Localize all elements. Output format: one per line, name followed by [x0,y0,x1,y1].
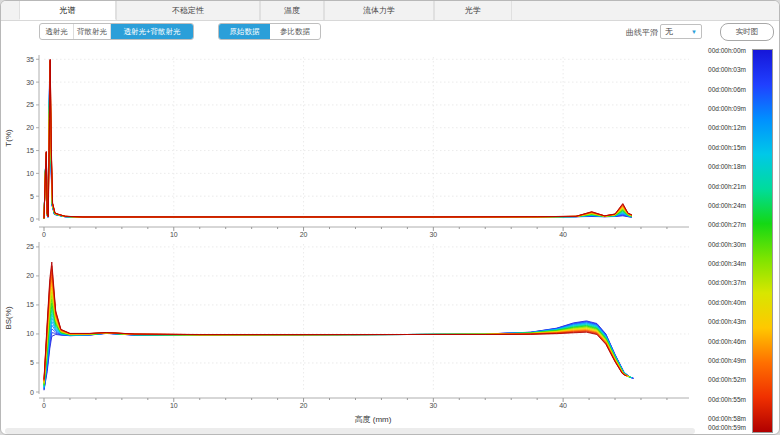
realtime-chart-button-label: 实时图 [736,27,759,37]
legend-time-label: 00d:00h:34m [694,260,746,267]
tab-4[interactable]: 流体力学 [324,1,434,20]
y-axis-title: BS(%) [4,306,13,329]
y-axis-tick-label: 0 [30,389,34,396]
x-axis-tick-label: 10 [170,402,178,409]
legend-time-label: 00d:00h:46m [694,338,746,345]
tab-label: 光学 [465,5,481,16]
legend-time-label: 00d:00h:58m [694,415,746,422]
horizontal-scrollbar[interactable] [5,428,695,434]
scan-curve [44,65,632,218]
scan-curve [44,65,632,218]
y-axis-tick-label: 5 [30,359,34,366]
scan-curve [44,66,632,219]
scan-curve [44,288,629,383]
x-axis-tick-label: 30 [429,402,437,409]
legend-time-label: 00d:00h:18m [694,163,746,170]
smoothing-select[interactable]: 无 ▼ [660,24,702,39]
x-axis-tick-label: 10 [170,231,178,238]
scan-curve [44,273,627,381]
x-axis-tick-label: 0 [42,231,46,238]
smoothing-value: 无 [665,26,673,37]
smoothing-label: 曲线平滑 [626,27,658,38]
tab-1[interactable]: 光谱 [19,1,116,20]
scan-curve [44,62,632,219]
y-axis-tick-label: 25 [26,243,34,250]
tab-label: 温度 [284,5,300,16]
legend-time-label: 00d:00h:21m [694,183,746,190]
x-axis-tick-label: 20 [300,402,308,409]
y-axis-tick-label: 15 [26,147,34,154]
scan-curve [44,62,632,218]
tab-2[interactable]: 不稳定性 [116,1,260,20]
scan-curve [44,303,630,385]
scan-curve [44,63,632,219]
scan-curve [44,266,626,380]
scan-curve [44,61,632,219]
y-axis-tick-label: 10 [26,170,34,177]
legend-time-label: 00d:00h:27m [694,221,746,228]
signal-button[interactable]: 透射光+背散射光 [111,24,193,39]
scan-curve [44,262,626,379]
dataset-button-label: 参比数据 [280,27,310,37]
y-axis-tick-label: 10 [26,330,34,337]
scan-curve [44,318,632,388]
legend-time-label: 00d:00h:59m [694,424,746,431]
scan-curve [44,299,630,385]
x-axis-tick-label: 30 [429,231,437,238]
legend-time-label: 00d:00h:43m [694,318,746,325]
scan-curve [44,64,632,219]
y-axis-tick-label: 0 [30,216,34,223]
scan-curve [44,292,629,384]
signal-button[interactable]: 背散射光 [74,24,111,39]
y-axis-tick-label: 35 [26,56,34,63]
scan-curve [44,65,632,219]
legend-time-label: 00d:00h:30m [694,241,746,248]
application-window: 光谱不稳定性温度流体力学光学 透射光背散射光透射光+背散射光 原始数据参比数据 … [0,0,780,435]
signal-button-group: 透射光背散射光透射光+背散射光 [39,23,194,40]
y-axis-tick-label: 30 [26,79,34,86]
y-axis-tick-label: 20 [26,124,34,131]
tab-bar: 光谱不稳定性温度流体力学光学 [1,1,780,21]
chart-canvas[interactable]: 05101520253035010203040T(%)0510152025010… [1,39,701,435]
legend-time-label: 00d:00h:15m [694,144,746,151]
scan-curve [44,307,631,386]
legend-time-label: 00d:00h:00m [694,47,746,54]
legend-time-label: 00d:00h:09m [694,105,746,112]
scan-curve [44,64,632,218]
dataset-button[interactable]: 原始数据 [219,24,270,39]
dataset-button[interactable]: 参比数据 [270,24,320,39]
scan-curve [44,269,627,380]
legend-time-label: 00d:00h:24m [694,202,746,209]
signal-button-label: 透射光 [45,27,68,37]
scan-curve [44,60,632,219]
y-axis-tick-label: 15 [26,301,34,308]
legend-time-label: 00d:00h:52m [694,376,746,383]
scan-curve [44,64,632,218]
legend-time-label: 00d:00h:49m [694,357,746,364]
data-button-group: 原始数据参比数据 [218,23,321,40]
tab-5[interactable]: 光学 [434,1,512,20]
scan-curve [44,63,632,218]
tab-label: 不稳定性 [172,5,204,16]
x-axis-tick-label: 20 [300,231,308,238]
legend-time-label: 00d:00h:40m [694,299,746,306]
y-axis-tick-label: 5 [30,193,34,200]
scan-curve [44,63,632,218]
scan-curve [44,61,632,218]
y-axis-tick-label: 25 [26,101,34,108]
legend-time-label: 00d:00h:03m [694,66,746,73]
chevron-down-icon: ▼ [691,29,697,35]
signal-button-label: 背散射光 [77,27,107,37]
tab-label: 光谱 [60,5,76,16]
tab-label: 流体力学 [363,5,395,16]
signal-button[interactable]: 透射光 [40,24,74,39]
scan-curve [44,310,631,386]
tab-3[interactable]: 温度 [260,1,324,20]
scan-curve [44,60,632,218]
scan-curve [44,277,628,382]
scan-curve [44,314,632,387]
legend-time-label: 00d:00h:06m [694,86,746,93]
y-axis-title: T(%) [4,129,13,147]
time-legend: 00d:00h:00m00d:00h:03m00d:00h:06m00d:00h… [694,39,779,435]
dataset-button-label: 原始数据 [230,27,260,37]
